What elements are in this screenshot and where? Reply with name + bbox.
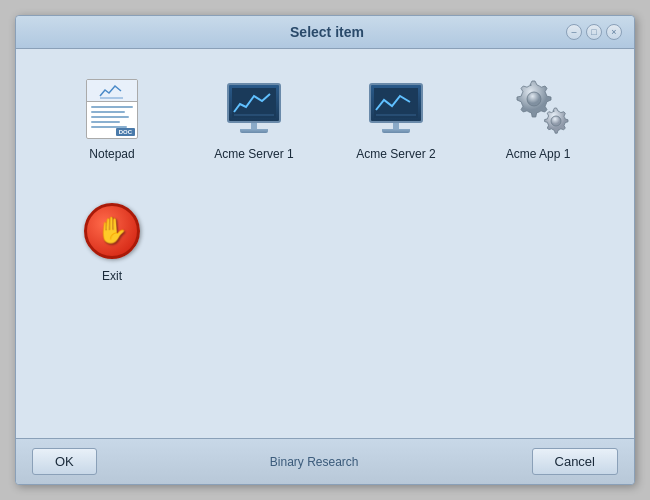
close-button[interactable]: ×: [606, 24, 622, 40]
item-exit-label: Exit: [102, 269, 122, 285]
footer-center-text: Binary Research: [270, 455, 359, 469]
svg-rect-1: [232, 88, 276, 118]
item-acme-app-1-label: Acme App 1: [506, 147, 571, 163]
item-exit[interactable]: ✋ Exit: [46, 191, 178, 293]
minimize-button[interactable]: –: [566, 24, 582, 40]
select-item-dialog: Select item – □ ×: [15, 15, 635, 485]
item-acme-server-2-label: Acme Server 2: [356, 147, 435, 163]
cancel-button[interactable]: Cancel: [532, 448, 618, 475]
hand-symbol: ✋: [96, 215, 128, 246]
item-acme-server-1-label: Acme Server 1: [214, 147, 293, 163]
item-notepad-label: Notepad: [89, 147, 134, 163]
ok-button[interactable]: OK: [32, 448, 97, 475]
exit-icon: ✋: [80, 199, 144, 263]
svg-point-6: [551, 116, 561, 126]
window-controls: – □ ×: [566, 24, 622, 40]
server1-icon: [222, 77, 286, 141]
item-notepad[interactable]: DOC Notepad: [46, 69, 178, 171]
content-area: DOC Notepad: [16, 49, 634, 438]
app1-icon: [506, 77, 570, 141]
title-bar: Select item – □ ×: [16, 16, 634, 49]
item-acme-server-2[interactable]: Acme Server 2: [330, 69, 462, 171]
notepad-icon: DOC: [80, 77, 144, 141]
item-acme-server-1[interactable]: Acme Server 1: [188, 69, 320, 171]
server2-icon: [364, 77, 428, 141]
dialog-title: Select item: [88, 24, 566, 40]
maximize-button[interactable]: □: [586, 24, 602, 40]
footer: OK Binary Research Cancel: [16, 438, 634, 484]
svg-point-5: [527, 92, 541, 106]
item-acme-app-1[interactable]: Acme App 1: [472, 69, 604, 171]
